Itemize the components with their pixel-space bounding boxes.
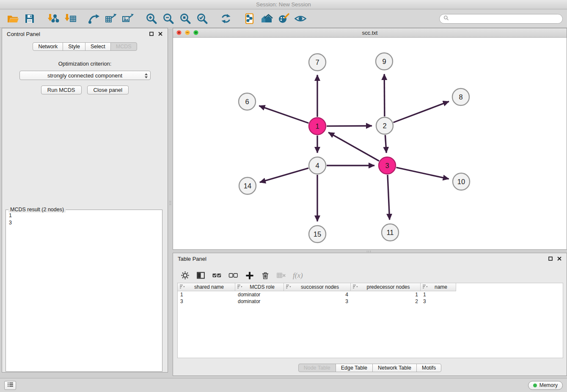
style-paint-icon[interactable] xyxy=(275,11,292,26)
graph-node-15[interactable]: 15 xyxy=(309,226,326,243)
tab-select[interactable]: Select xyxy=(85,42,111,51)
table-cell[interactable]: 2 xyxy=(351,298,421,305)
columns-icon[interactable] xyxy=(196,271,205,280)
zoom-selected-icon[interactable] xyxy=(194,11,211,26)
search-input[interactable] xyxy=(451,16,559,22)
graph-edge-2-8[interactable] xyxy=(394,102,449,123)
column-header-shared-name[interactable]: shared name xyxy=(178,283,235,291)
table-cell[interactable]: 1 xyxy=(178,291,235,298)
zoom-in-icon[interactable] xyxy=(143,11,160,26)
eye-icon[interactable] xyxy=(292,11,309,26)
new-network-icon[interactable] xyxy=(85,11,102,26)
column-header-name[interactable]: name xyxy=(421,283,456,291)
table-delete-icon xyxy=(276,271,286,280)
graph-edge-3-11[interactable] xyxy=(388,175,390,220)
tab-node-table[interactable]: Node Table xyxy=(298,364,336,372)
task-list-button[interactable] xyxy=(4,381,16,390)
horizontal-splitter[interactable] xyxy=(363,250,374,252)
zoom-fit-icon[interactable] xyxy=(177,11,194,26)
graph-node-6[interactable]: 6 xyxy=(239,93,256,110)
graph-node-label: 8 xyxy=(459,93,462,101)
select-all-icon[interactable] xyxy=(212,271,222,280)
tab-mcds[interactable]: MCDS xyxy=(110,42,137,51)
tab-edge-table[interactable]: Edge Table xyxy=(336,364,373,372)
import-network-icon[interactable] xyxy=(45,11,62,26)
table-cell[interactable]: 3 xyxy=(178,298,235,305)
table-cell[interactable]: 3 xyxy=(284,298,351,305)
column-header-mcds-role[interactable]: MCDS role xyxy=(235,283,284,291)
graph-node-7[interactable]: 7 xyxy=(309,54,326,71)
control-panel-tabs: NetworkStyleSelectMCDS xyxy=(2,42,168,51)
refresh-icon[interactable] xyxy=(217,11,234,26)
export-image-icon[interactable] xyxy=(119,11,136,26)
table-cell[interactable]: 1 xyxy=(351,291,421,298)
table-cell[interactable]: dominator xyxy=(235,291,284,298)
export-table-icon[interactable] xyxy=(102,11,119,26)
tab-style[interactable]: Style xyxy=(63,42,85,51)
node-table: shared nameMCDS rolesuccessor nodesprede… xyxy=(177,283,563,358)
column-header-predecessor-nodes[interactable]: predecessor nodes xyxy=(351,283,421,291)
graph-node-10[interactable]: 10 xyxy=(453,173,470,190)
close-panel-icon[interactable] xyxy=(158,31,163,36)
memory-button[interactable]: Memory xyxy=(528,381,563,390)
close-panel-button[interactable]: Close panel xyxy=(87,86,129,94)
zoom-out-icon[interactable] xyxy=(160,11,177,26)
sort-icon xyxy=(179,284,185,290)
graph-edge-1-2[interactable] xyxy=(327,126,372,126)
vertical-splitter[interactable] xyxy=(169,197,172,208)
table-cell[interactable]: 1 xyxy=(421,291,456,298)
gear-icon[interactable] xyxy=(181,271,190,280)
column-header-successor-nodes[interactable]: successor nodes xyxy=(284,283,351,291)
mcds-result-value: 1 xyxy=(9,212,159,219)
graph-node-3[interactable]: 3 xyxy=(379,157,396,174)
tab-network-table[interactable]: Network Table xyxy=(372,364,417,372)
home-pair-icon[interactable] xyxy=(258,11,275,26)
table-cell[interactable]: dominator xyxy=(235,298,284,305)
table-cell[interactable]: 4 xyxy=(284,291,351,298)
search-box[interactable] xyxy=(439,14,563,24)
control-panel-header: Control Panel xyxy=(2,28,168,39)
network-view-window: scc.txt 7968124314101511 xyxy=(173,28,567,250)
tab-motifs[interactable]: Motifs xyxy=(416,364,441,372)
graph-node-9[interactable]: 9 xyxy=(376,53,393,70)
float-panel-icon[interactable] xyxy=(548,256,553,261)
graph-node-2[interactable]: 2 xyxy=(376,117,393,134)
graph-node-4[interactable]: 4 xyxy=(309,157,326,174)
save-icon[interactable] xyxy=(21,11,38,26)
mcds-result-value: 3 xyxy=(9,219,159,226)
open-folder-icon[interactable] xyxy=(4,11,21,26)
graph-node-1[interactable]: 1 xyxy=(309,118,326,135)
zoom-window-icon[interactable] xyxy=(193,29,198,37)
float-panel-icon[interactable] xyxy=(149,31,154,36)
graph-edge-1-6[interactable] xyxy=(259,106,308,123)
graph-edge-3-1[interactable] xyxy=(328,133,379,161)
graph-edge-2-3[interactable] xyxy=(385,135,386,153)
memory-status-icon xyxy=(533,384,537,387)
tab-network[interactable]: Network xyxy=(33,42,63,51)
graph-node-11[interactable]: 11 xyxy=(382,224,399,241)
control-panel-title: Control Panel xyxy=(7,31,40,37)
plus-icon[interactable] xyxy=(245,271,254,280)
minimize-window-icon[interactable] xyxy=(185,29,190,37)
optimization-select[interactable]: strongly connected component xyxy=(19,71,151,80)
graph-edge-3-10[interactable] xyxy=(396,168,449,179)
close-window-icon[interactable] xyxy=(176,29,182,37)
graph-node-label: 14 xyxy=(244,182,251,190)
graph-node-label: 9 xyxy=(382,58,386,65)
trash-icon[interactable] xyxy=(261,271,270,280)
table-row[interactable]: 1dominator411 xyxy=(178,291,563,298)
table-cell[interactable]: 3 xyxy=(421,298,456,305)
network-canvas[interactable]: 7968124314101511 xyxy=(173,38,567,249)
close-panel-icon[interactable] xyxy=(557,256,562,261)
import-table-icon[interactable] xyxy=(62,11,79,26)
deselect-all-icon[interactable] xyxy=(228,271,238,280)
graph-edge-2-9[interactable] xyxy=(384,74,385,116)
clipboard-network-icon[interactable] xyxy=(241,11,258,26)
graph-edge-4-14[interactable] xyxy=(260,168,308,182)
graph-node-14[interactable]: 14 xyxy=(239,177,256,194)
graph-node-label: 3 xyxy=(385,162,389,169)
run-mcds-button[interactable]: Run MCDS xyxy=(41,86,82,94)
graph-node-8[interactable]: 8 xyxy=(452,88,469,105)
table-row[interactable]: 3dominator323 xyxy=(178,298,563,305)
graph-node-label: 10 xyxy=(457,178,465,185)
